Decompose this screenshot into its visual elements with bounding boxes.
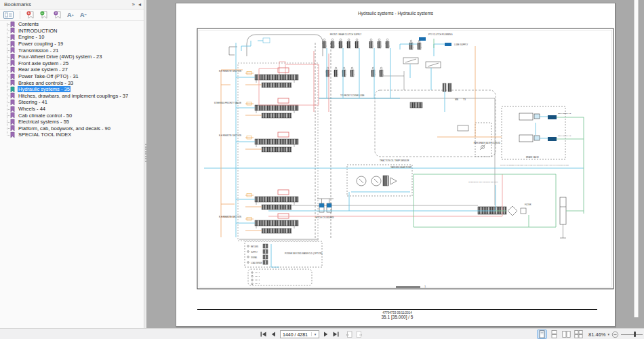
bookmark-item[interactable]: Contents <box>0 21 144 28</box>
pdf-reader-window: Bookmarks » ◂ <box>0 0 644 339</box>
diagram-label: TRACTION OIL TEMP SENSOR <box>380 159 409 162</box>
diagram-label: PTO CLUTCH PLUMBING <box>428 33 453 36</box>
bookmark-item[interactable]: Hydraulic systems - 35 <box>0 86 144 93</box>
diagram-label: STEERING PRIORITY VALVE <box>214 102 241 104</box>
footer-page-number: 35.1 [35.000] / 5 <box>197 315 597 319</box>
figure-number: 1 <box>424 285 426 288</box>
text-decrease-icon[interactable]: A− <box>80 12 87 18</box>
bookmark-label: Power Take-Off (PTO) - 31 <box>18 73 79 79</box>
diagram-label: TANDEM GEAR PUMP <box>390 166 411 169</box>
diagram-label: SERVICE BRAKE <box>558 113 571 115</box>
page-dropdown-caret-icon[interactable]: ▾ <box>311 332 319 336</box>
facing-pages-icon[interactable] <box>561 330 571 339</box>
zoom-slider[interactable] <box>621 331 643 338</box>
bookmark-item[interactable]: Engine - 10 <box>0 34 144 41</box>
bookmark-item[interactable]: Front axle system - 25 <box>0 60 144 67</box>
bookmark-label: Electrical systems - 55 <box>18 119 70 125</box>
diagram-label: SUPPLY <box>251 251 258 254</box>
diagram-label: HITCH CYLINDERS <box>315 216 334 219</box>
bookmark-label: Four-Wheel Drive (4WD) system - 23 <box>18 54 102 60</box>
diagram-label: E-H REMOTE SECTION <box>219 216 241 218</box>
bookmark-item[interactable]: Hitches, drawbars, and implement couplin… <box>0 93 144 100</box>
diagram-label: FRONT / REAR CLUTCH SUPPLY <box>330 33 362 36</box>
dock-panel-icon[interactable]: » <box>132 1 135 9</box>
continuous-page-icon[interactable] <box>549 330 559 339</box>
first-page-icon[interactable] <box>260 330 267 338</box>
diagram-label: E-H REMOTE SECTION <box>219 134 241 137</box>
bookmark-label: Brakes and controls - 33 <box>18 80 74 86</box>
diagram-label: MB <box>455 98 459 101</box>
diagram-label: LOAD SENSE <box>251 262 262 264</box>
figure-ref-smudge <box>396 286 420 288</box>
bookmark-label: Power coupling - 19 <box>18 41 64 47</box>
zoom-dropdown-caret-icon[interactable]: ▾ <box>607 332 609 336</box>
single-page-icon[interactable] <box>537 330 547 339</box>
zoom-out-icon[interactable] <box>611 330 619 338</box>
next-page-icon[interactable] <box>322 330 329 338</box>
diagram-label: BRAKE VALVE <box>526 156 539 159</box>
bookmark-label: INTRODUCTION <box>18 28 58 34</box>
bookmark-ribbon-icon <box>10 129 15 141</box>
bookmark-red-icon[interactable] <box>26 11 34 19</box>
diagram-label: E-H REMOTE SECTION <box>219 70 241 73</box>
diagram-label: TO FRONT COVER LUBE <box>340 94 364 97</box>
bookmark-label: Hydraulic systems - 35 <box>18 86 71 92</box>
continuous-facing-icon[interactable] <box>573 330 584 339</box>
bookmarks-tree: ContentsINTRODUCTIONEngine - 10Power cou… <box>0 21 144 328</box>
bookmark-item[interactable]: Cab climate control - 50 <box>0 112 144 119</box>
bookmark-label: Transmission - 21 <box>18 47 59 54</box>
next-view-icon[interactable] <box>355 330 363 338</box>
vertical-scrollbar[interactable] <box>634 0 639 317</box>
diagram-label: SERVICE BRAKE <box>558 135 571 137</box>
bookmark-item[interactable]: Electrical systems - 55 <box>0 119 144 125</box>
text-increase-icon[interactable]: A+ <box>67 12 74 18</box>
bookmark-item[interactable]: Brakes and controls - 33 <box>0 79 144 86</box>
bookmark-item[interactable]: Wheels - 44 <box>0 106 144 113</box>
zoom-percentage[interactable]: 81.46% <box>588 332 605 338</box>
footer-reference: 47794733 05/11/2014 <box>197 311 597 315</box>
page-navigation: ▾ <box>260 329 363 339</box>
document-view: Hydraulic systems - Hydraulic systems <box>146 0 644 328</box>
bookmark-item[interactable]: INTRODUCTION <box>0 28 144 35</box>
diagram-label: EMERGENCY BRAKE RELEASE PUMP <box>468 181 498 183</box>
diagram-label: LUBE SUPPLY <box>454 43 468 46</box>
bookmark-item[interactable]: Steering - 41 <box>0 99 144 106</box>
bookmark-item[interactable]: Four-Wheel Drive (4WD) system - 23 <box>0 54 144 60</box>
bookmark-label: Rear axle system - 27 <box>18 66 68 73</box>
view-controls: 81.46% ▾ <box>537 329 643 339</box>
bookmarks-panel-header: Bookmarks » ◂ <box>0 0 144 9</box>
footer-rule <box>197 309 597 310</box>
bookmark-item[interactable]: SPECIAL TOOL INDEX <box>0 132 144 138</box>
bookmark-label: Platform, cab, bodywork, and decals - 90 <box>18 125 111 132</box>
bookmark-label: Cab climate control - 50 <box>18 113 73 119</box>
diagram-label: SWITCH IS OPENED WHEN PEDAL REACHES FULL… <box>500 164 569 165</box>
hydraulic-schematic-diagram: FRONT / REAR CLUTCH SUPPLY PTO CLUTCH PL… <box>176 3 616 327</box>
bookmark-label: Engine - 10 <box>18 34 45 40</box>
collapse-panel-icon[interactable]: ◂ <box>138 1 141 9</box>
bookmark-label: Hitches, drawbars, and implement couplin… <box>18 93 129 99</box>
bookmark-label: SPECIAL TOOL INDEX <box>18 132 72 138</box>
bookmark-label: Steering - 41 <box>18 99 48 105</box>
diagram-label: PARK BRAKE VALVE SOLENOID <box>474 142 500 144</box>
previous-page-icon[interactable] <box>270 330 277 338</box>
bookmark-item[interactable]: Power coupling - 19 <box>0 41 144 47</box>
bookmark-item[interactable]: Transmission - 21 <box>0 47 144 54</box>
diagram-label: T3 <box>463 98 466 101</box>
bookmark-green-icon[interactable] <box>40 11 47 19</box>
page-number-field: ▾ <box>280 330 319 338</box>
bookmark-label: Wheels - 44 <box>18 106 46 112</box>
last-page-icon[interactable] <box>332 330 340 338</box>
bookmarks-panel: Bookmarks » ◂ <box>0 0 144 328</box>
previous-view-icon[interactable] <box>346 330 353 338</box>
bookmarks-panel-title: Bookmarks <box>4 1 31 7</box>
bookmark-item[interactable]: Power Take-Off (PTO) - 31 <box>0 73 144 80</box>
bookmark-label: Front axle system - 25 <box>18 60 69 66</box>
page-number-input[interactable] <box>281 332 311 337</box>
bookmark-purple-icon[interactable] <box>54 11 61 19</box>
bookmark-item[interactable]: Platform, cab, bodywork, and decals - 90 <box>0 125 144 132</box>
bookmark-item[interactable]: Rear axle system - 27 <box>0 66 144 73</box>
bookmarks-toolbar: A+ A− <box>0 9 144 21</box>
pdf-page: Hydraulic systems - Hydraulic systems <box>176 3 616 327</box>
zoom-slider-thumb[interactable] <box>634 332 636 337</box>
diagram-label: FILTER <box>525 203 531 206</box>
